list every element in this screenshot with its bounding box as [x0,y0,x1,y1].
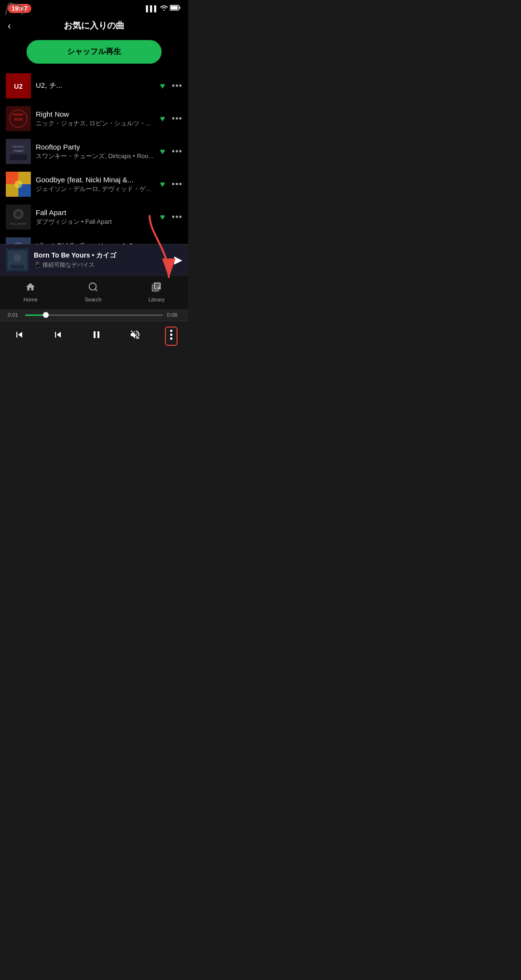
nav-home-label: Home [24,297,38,302]
svg-point-55 [170,338,173,340]
device-icon: 📱 [34,261,41,268]
song-info: Rooftop Party スワンキー・チューンズ, Dirtcaps • Ro… [36,143,155,161]
svg-point-54 [170,334,173,336]
song-thumbnail: RIGHT NOW [6,106,31,131]
like-icon[interactable]: ♥ [160,212,165,222]
song-actions: ♥ ••• [160,114,182,124]
device-label: 接続可能なデバイス [42,261,95,268]
shuffle-section: シャッフル再生 [0,35,188,69]
progress-total: 0:08 [167,312,180,318]
status-icons: ▌▌▌ [146,5,180,12]
more-options-icon[interactable]: ••• [172,81,182,91]
search-icon [88,282,98,295]
svg-rect-12 [10,154,27,160]
signal-icon: ▌▌▌ [146,5,158,12]
song-item[interactable]: Goodbye (feat. Nicki Minaj &... ジェイソン・デル… [0,168,188,201]
svg-text:SWANKY: SWANKY [12,145,25,148]
app-container: 19:47 ▌▌▌ ‹ お気に入りの曲 シャ [0,0,188,352]
header: ‹ お気に入りの曲 [0,15,188,35]
now-playing-title: Born To Be Yours • カイゴ [34,251,169,260]
progress-bar[interactable] [25,314,163,316]
song-title: Right Now [36,110,155,118]
nav-library-label: Library [149,297,165,302]
shuffle-button[interactable]: シャッフル再生 [27,40,162,64]
song-thumbnail [6,172,31,197]
like-icon[interactable]: ♥ [160,179,165,190]
now-playing-bar[interactable]: Born To Be Yours • カイゴ 📱 接続可能なデバイス ▶ [0,244,188,275]
back-button[interactable]: ‹ [8,20,11,31]
song-title: Goodbye (feat. Nicki Minaj &... [36,176,155,184]
song-thumbnail: FALL APART [6,204,31,230]
bottom-nav: Home Search Library [0,275,188,309]
like-icon[interactable]: ♥ [160,114,165,124]
song-subtitle: スワンキー・チューンズ, Dirtcaps • Roo... [36,152,155,161]
menu-button[interactable] [165,327,178,346]
progress-fill [25,314,46,316]
more-options-icon[interactable]: ••• [172,147,182,157]
wifi-icon [160,5,168,12]
svg-point-53 [170,330,173,332]
svg-text:TUNES: TUNES [14,150,23,152]
song-thumbnail: SWANKY TUNES [6,139,31,164]
page-title: お気に入りの曲 [64,20,124,31]
volume-button[interactable] [126,326,144,346]
svg-point-16 [14,180,22,188]
song-item[interactable]: SWANKY TUNES Rooftop Party スワンキー・チューンズ, … [0,135,188,168]
svg-text:RIGHT: RIGHT [13,113,24,116]
song-title: Fall Apart [36,208,155,217]
song-thumbnail [6,237,31,244]
svg-point-19 [16,212,21,217]
song-info: U2, チ... [36,81,155,91]
back-control-button[interactable] [11,326,28,346]
song-item[interactable]: FALL APART Fall Apart ダブヴィジョン • Fall Apa… [0,201,188,233]
skip-back-button[interactable] [49,326,67,346]
nav-search[interactable]: Search [75,280,111,304]
song-item[interactable]: Like A Riddle (feat. Hearts & Co... Feli… [0,233,188,244]
song-list: U2 U2, チ... ♥ ••• RIGHT NOW [0,69,188,244]
bottom-controls [0,321,188,352]
song-info: Fall Apart ダブヴィジョン • Fall Apart [36,208,155,226]
home-icon [25,282,36,295]
more-options-icon[interactable]: ••• [172,114,182,124]
nav-search-label: Search [84,297,101,302]
now-playing-info: Born To Be Yours • カイゴ 📱 接続可能なデバイス [34,251,169,269]
song-actions: ♥ ••• [160,147,182,157]
like-icon[interactable]: ♥ [160,147,165,157]
song-item[interactable]: RIGHT NOW Right Now ニック・ジョナス, ロビン・シュルツ・.… [0,102,188,135]
song-thumbnail: U2 [6,73,31,98]
svg-line-52 [95,289,97,291]
nav-home[interactable]: Home [14,280,47,304]
song-actions: ♥ ••• [160,81,182,91]
now-playing-subtitle: 📱 接続可能なデバイス [34,261,169,269]
status-bar: 19:47 ▌▌▌ [0,0,188,15]
play-button[interactable]: ▶ [174,254,182,266]
nav-library[interactable]: Library [139,280,175,304]
song-subtitle: ダブヴィジョン • Fall Apart [36,218,155,226]
song-title: U2, チ... [36,81,155,90]
more-options-icon[interactable]: ••• [172,179,182,190]
song-title: Rooftop Party [36,143,155,151]
svg-rect-2 [171,6,178,10]
progress-current: 0:01 [8,312,21,318]
song-subtitle: ニック・ジョナス, ロビン・シュルツ・... [36,119,155,128]
library-icon [151,282,162,295]
svg-rect-50 [11,265,24,269]
song-actions: ♥ ••• [160,179,182,190]
song-subtitle: ジェイソン・デルーロ, デヴィッド・ゲ... [36,185,155,193]
now-playing-thumbnail [6,248,29,272]
svg-text:NOW: NOW [14,118,23,121]
song-item[interactable]: U2 U2, チ... ♥ ••• [0,69,188,102]
song-info: Right Now ニック・ジョナス, ロビン・シュルツ・... [36,110,155,128]
like-icon[interactable]: ♥ [160,81,165,91]
progress-bar-area: 0:01 0:08 [0,309,188,321]
svg-point-49 [14,254,21,262]
pause-button[interactable] [88,326,105,346]
song-actions: ♥ ••• [160,212,182,222]
svg-text:U2: U2 [14,82,23,90]
progress-dot [43,312,49,318]
more-options-icon[interactable]: ••• [172,212,182,222]
battery-icon [170,5,180,12]
svg-rect-1 [179,7,180,9]
svg-text:FALL APART: FALL APART [10,222,27,225]
song-info: Goodbye (feat. Nicki Minaj &... ジェイソン・デル… [36,176,155,193]
